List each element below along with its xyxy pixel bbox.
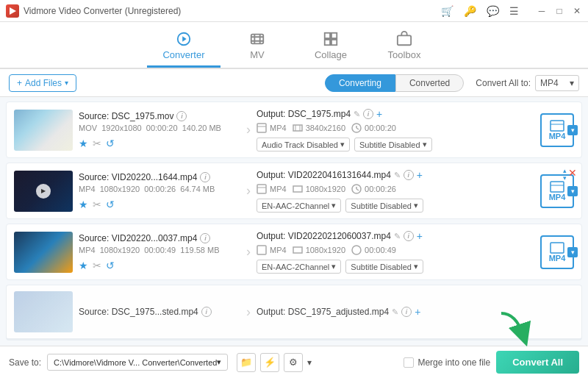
edit-icon[interactable]: ✎ xyxy=(394,232,401,241)
format-badge-dropdown[interactable]: ▾ xyxy=(567,125,578,135)
format-badge[interactable]: MP4 ▾ xyxy=(540,174,574,208)
arrow-right-icon: › xyxy=(246,244,251,260)
thumbnail: ▶ xyxy=(14,171,73,212)
remove-file-button[interactable]: ✕ xyxy=(568,168,577,178)
audio-select[interactable]: EN-AAC-2Channel ▾ xyxy=(257,199,341,213)
info-icon[interactable]: i xyxy=(200,172,210,182)
output-section: Output: DSC_1975.mp4 ✎ i + MP4 3840x2160… xyxy=(257,108,534,151)
cart-icon[interactable]: 🛒 xyxy=(441,5,453,17)
file-meta: MP4 1080x1920 00:00:26 64.74 MB xyxy=(79,185,240,193)
audio-select[interactable]: EN-AAC-2Channel ▾ xyxy=(257,260,341,274)
output-header: Output: DSC_1975.mp4 ✎ i + xyxy=(257,108,534,120)
scissors-icon[interactable]: ✂ xyxy=(93,138,101,149)
merge-label: Merge into one file xyxy=(417,357,490,368)
output-section: Output: VID20220416131644.mp4 ✎ i + MP4 … xyxy=(257,169,534,213)
info-icon[interactable]: i xyxy=(404,170,414,180)
add-output-icon[interactable]: + xyxy=(417,230,423,242)
info-icon[interactable]: i xyxy=(363,109,373,119)
merge-checkbox-input[interactable] xyxy=(404,357,414,368)
star-icon[interactable]: ★ xyxy=(79,260,88,271)
tab-toolbox[interactable]: Toolbox xyxy=(368,25,441,68)
converted-tab[interactable]: Converted xyxy=(395,74,464,92)
star-icon[interactable]: ★ xyxy=(79,138,88,149)
convert-all-to: Convert All to: MP4 ▾ xyxy=(476,75,579,91)
chat-icon[interactable]: 💬 xyxy=(487,5,499,17)
subtitle-select[interactable]: Subtitle Disabled ▾ xyxy=(354,138,432,151)
svg-rect-8 xyxy=(398,35,411,45)
settings-dropdown-icon[interactable]: ▾ xyxy=(307,357,312,368)
table-row: Source: DSC_1975...sted.mp4 i › Output: … xyxy=(6,285,582,340)
file-info: Source: VID20220...0037.mp4 i MP4 1080x1… xyxy=(79,233,240,271)
tab-converter[interactable]: Converter xyxy=(147,25,220,68)
table-row: Source: VID20220...0037.mp4 i MP4 1080x1… xyxy=(6,224,582,280)
tab-mv[interactable]: MV xyxy=(220,25,294,68)
add-output-icon[interactable]: + xyxy=(376,108,382,120)
reorder-controls: ▴ ▾ xyxy=(563,168,567,182)
subtitle-select[interactable]: Subtitle Disabled ▾ xyxy=(345,260,423,274)
rotate-icon[interactable]: ↺ xyxy=(106,138,115,149)
svg-point-29 xyxy=(352,246,361,254)
app-title: Vidmore Video Converter (Unregistered) xyxy=(24,6,181,16)
edit-icon[interactable]: ✎ xyxy=(394,171,401,180)
edit-icon[interactable]: ✎ xyxy=(392,307,398,317)
output-dropdowns: EN-AAC-2Channel ▾ Subtitle Disabled ▾ xyxy=(257,260,534,274)
output-row: MP4 3840x2160 00:00:20 xyxy=(257,123,534,133)
output-duration: 00:00:20 xyxy=(351,123,396,133)
rotate-icon[interactable]: ↺ xyxy=(106,260,115,271)
star-icon[interactable]: ★ xyxy=(79,199,88,210)
info-icon[interactable]: i xyxy=(404,231,414,241)
tab-collage[interactable]: Collage xyxy=(294,25,368,68)
window-controls: ─ □ ✕ xyxy=(537,6,582,16)
svg-rect-19 xyxy=(257,185,266,193)
info-icon[interactable]: i xyxy=(201,307,212,317)
status-tabs: Converting Converted xyxy=(325,74,464,92)
format-badge-dropdown[interactable]: ▾ xyxy=(567,247,578,257)
info-icon[interactable]: i xyxy=(200,233,210,243)
menu-icon[interactable]: ☰ xyxy=(509,5,519,17)
add-output-icon[interactable]: + xyxy=(417,169,423,181)
play-button[interactable]: ▶ xyxy=(36,184,51,199)
audio-select[interactable]: Audio Track Disabled ▾ xyxy=(257,138,350,151)
bolt-icon[interactable]: ⚡ xyxy=(260,353,279,372)
converting-tab[interactable]: Converting xyxy=(325,74,395,92)
key-icon[interactable]: 🔑 xyxy=(464,5,476,17)
file-source: Source: DSC_1975.mov i xyxy=(79,111,240,121)
save-path-input[interactable]: C:\Vidmore\Vidmore V... Converter\Conver… xyxy=(47,354,228,371)
settings-icon[interactable]: ⚙ xyxy=(284,353,303,372)
maximize-button[interactable]: □ xyxy=(554,6,564,16)
info-icon[interactable]: i xyxy=(176,111,187,121)
move-up-icon[interactable]: ▴ xyxy=(563,168,567,174)
scissors-icon[interactable]: ✂ xyxy=(93,199,101,210)
bottom-tools: 📁 ⚡ ⚙ ▾ xyxy=(237,353,312,372)
edit-icon[interactable]: ✎ xyxy=(354,110,360,119)
format-select[interactable]: MP4 ▾ xyxy=(535,75,579,91)
table-row: Source: DSC_1975.mov i MOV 1920x1080 00:… xyxy=(6,101,582,158)
convert-all-button[interactable]: Convert All xyxy=(496,351,579,374)
svg-rect-21 xyxy=(293,186,302,192)
info-icon[interactable]: i xyxy=(401,307,412,317)
folder-icon[interactable]: 📁 xyxy=(237,353,256,372)
file-actions: ★ ✂ ↺ xyxy=(79,260,240,271)
file-actions: ★ ✂ ↺ xyxy=(79,138,240,149)
add-files-button[interactable]: + Add Files ▾ xyxy=(9,74,76,92)
add-output-icon[interactable]: + xyxy=(415,306,420,318)
nav-tabs: Converter MV Collage Toolbox xyxy=(0,22,588,69)
format-badge[interactable]: MP4 ▾ xyxy=(540,113,574,147)
scissors-icon[interactable]: ✂ xyxy=(93,260,101,271)
format-badge-dropdown[interactable]: ▾ xyxy=(567,186,578,196)
move-down-icon[interactable]: ▾ xyxy=(563,175,567,182)
file-meta: MP4 1080x1920 00:00:49 119.58 MB xyxy=(79,246,240,254)
output-section: Output: DSC_1975_adjusted.mp4 ✎ i + xyxy=(257,306,574,318)
file-list: Source: DSC_1975.mov i MOV 1920x1080 00:… xyxy=(0,97,588,346)
format-badge[interactable]: MP4 ▾ xyxy=(540,235,574,269)
close-button[interactable]: ✕ xyxy=(572,6,582,16)
thumbnail xyxy=(14,110,73,151)
arrow-right-icon: › xyxy=(246,122,251,138)
svg-rect-4 xyxy=(325,32,330,38)
merge-checkbox[interactable]: Merge into one file xyxy=(404,357,490,368)
title-bar: Vidmore Video Converter (Unregistered) 🛒… xyxy=(0,0,588,22)
toolbar: + Add Files ▾ Converting Converted Conve… xyxy=(0,69,588,97)
minimize-button[interactable]: ─ xyxy=(537,6,547,16)
rotate-icon[interactable]: ↺ xyxy=(106,199,115,210)
subtitle-select[interactable]: Subtitle Disabled ▾ xyxy=(345,199,423,213)
